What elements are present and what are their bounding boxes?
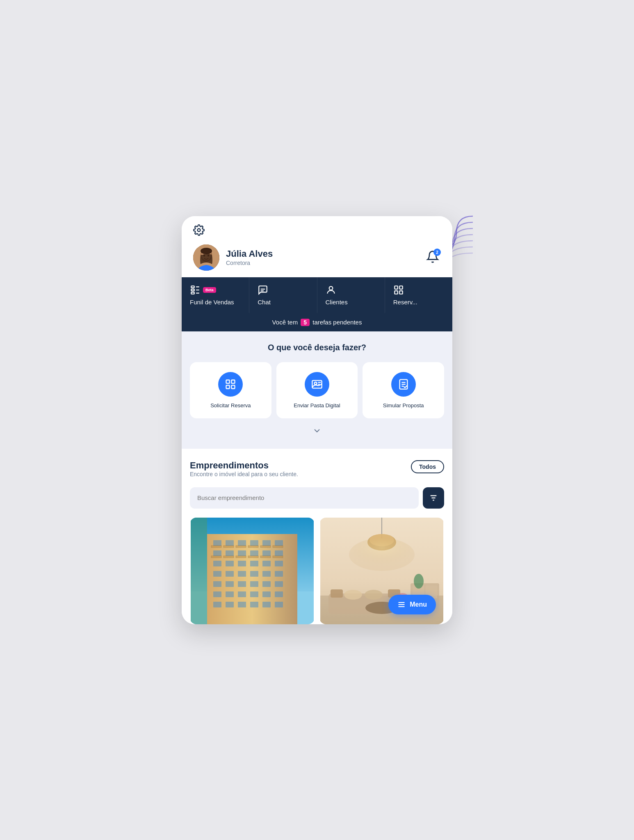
svg-rect-69 — [250, 591, 258, 597]
svg-rect-47 — [275, 550, 283, 556]
svg-rect-60 — [213, 581, 221, 587]
svg-rect-48 — [213, 561, 221, 566]
banner-prefix: Você tem — [272, 319, 298, 326]
tab-clientes-label: Clientes — [326, 299, 348, 306]
reserva-label: Solicitar Reserva — [210, 402, 251, 409]
svg-rect-87 — [248, 556, 258, 558]
svg-rect-72 — [213, 602, 221, 607]
svg-rect-16 — [395, 291, 398, 294]
settings-button[interactable] — [193, 224, 205, 237]
pasta-icon-circle — [305, 372, 329, 397]
svg-rect-53 — [275, 561, 283, 566]
tab-funil-vendas[interactable]: Beta Funil de Vendas — [182, 277, 249, 313]
svg-rect-42 — [213, 550, 221, 556]
reserva-icon-circle — [218, 372, 243, 397]
svg-point-106 — [414, 574, 424, 589]
svg-rect-66 — [213, 591, 221, 597]
svg-rect-51 — [250, 561, 258, 566]
svg-rect-88 — [260, 556, 271, 558]
svg-rect-58 — [262, 571, 271, 577]
svg-point-96 — [349, 538, 415, 571]
action-cards: Solicitar Reserva Enviar Pasta Digital — [190, 362, 444, 418]
todos-button[interactable]: Todos — [411, 460, 444, 473]
menu-icon — [397, 600, 406, 609]
svg-rect-77 — [275, 602, 283, 607]
svg-rect-20 — [226, 385, 230, 388]
tab-reserv-label: Reserv... — [393, 299, 417, 306]
svg-rect-43 — [226, 550, 234, 556]
svg-rect-86 — [236, 556, 246, 558]
notification-button[interactable]: 2 — [424, 249, 441, 266]
svg-rect-44 — [238, 550, 246, 556]
action-card-proposta[interactable]: Simular Proposta — [363, 362, 444, 418]
svg-rect-9 — [191, 292, 194, 294]
action-card-reserva[interactable]: Solicitar Reserva — [190, 362, 271, 418]
svg-rect-36 — [213, 540, 221, 546]
avatar — [193, 244, 219, 271]
tab-reserv[interactable]: Reserv... — [385, 277, 452, 313]
svg-rect-79 — [223, 546, 234, 548]
svg-rect-64 — [262, 581, 271, 587]
svg-rect-62 — [238, 581, 246, 587]
svg-point-4 — [201, 248, 212, 254]
svg-rect-46 — [262, 550, 271, 556]
svg-point-100 — [344, 590, 362, 600]
svg-rect-45 — [250, 550, 258, 556]
svg-rect-68 — [238, 591, 246, 597]
svg-rect-70 — [262, 591, 271, 597]
banner-suffix: tarefas pendentes — [312, 319, 362, 326]
tasks-count: 5 — [301, 319, 310, 326]
svg-point-101 — [365, 590, 383, 600]
svg-rect-83 — [273, 546, 283, 548]
svg-rect-37 — [226, 540, 234, 546]
properties-section: Empreendimentos Encontre o imóvel ideal … — [182, 449, 452, 624]
profile-info: Júlia Alves Corretora — [226, 249, 273, 267]
properties-subtitle: Encontre o imóvel ideal para o seu clien… — [190, 471, 298, 477]
tab-clientes[interactable]: Clientes — [317, 277, 385, 313]
svg-rect-15 — [399, 286, 403, 289]
svg-rect-18 — [226, 380, 230, 383]
search-row — [190, 487, 444, 509]
search-input[interactable] — [197, 494, 411, 501]
svg-rect-57 — [250, 571, 258, 577]
notification-badge: 2 — [433, 249, 441, 256]
svg-point-13 — [329, 286, 333, 290]
svg-rect-76 — [262, 602, 271, 607]
svg-rect-80 — [236, 546, 246, 548]
svg-rect-21 — [232, 385, 235, 388]
svg-rect-7 — [191, 286, 194, 288]
menu-fab-button[interactable]: Menu — [388, 595, 436, 614]
beta-badge: Beta — [203, 287, 216, 293]
nav-tabs: Beta Funil de Vendas Chat — [182, 277, 452, 313]
action-card-pasta[interactable]: Enviar Pasta Digital — [276, 362, 358, 418]
svg-rect-61 — [226, 581, 234, 587]
svg-rect-54 — [213, 571, 221, 577]
tab-chat-label: Chat — [258, 299, 271, 306]
svg-rect-71 — [275, 591, 283, 597]
svg-rect-56 — [238, 571, 246, 577]
tasks-banner: Você tem 5 tarefas pendentes — [182, 313, 452, 331]
svg-point-23 — [315, 382, 317, 384]
pasta-label: Enviar Pasta Digital — [294, 402, 340, 409]
tab-chat[interactable]: Chat — [249, 277, 317, 313]
tab-funil-label: Funil de Vendas — [190, 299, 234, 306]
svg-rect-82 — [260, 546, 271, 548]
svg-rect-14 — [395, 286, 398, 289]
action-section: O que você deseja fazer? Solicitar Reser… — [182, 331, 452, 449]
svg-rect-75 — [250, 602, 258, 607]
svg-rect-84 — [211, 556, 221, 558]
svg-rect-41 — [275, 540, 283, 546]
svg-rect-8 — [191, 289, 194, 290]
user-name: Júlia Alves — [226, 249, 273, 259]
property-card-building[interactable] — [190, 518, 315, 624]
svg-rect-38 — [238, 540, 246, 546]
svg-rect-85 — [223, 556, 234, 558]
svg-rect-74 — [238, 602, 246, 607]
svg-rect-17 — [399, 291, 403, 294]
filter-button[interactable] — [423, 487, 444, 509]
chevron-down-icon — [190, 426, 444, 437]
action-title: O que você deseja fazer? — [190, 343, 444, 352]
svg-rect-98 — [331, 589, 343, 598]
svg-point-5 — [203, 254, 205, 256]
search-input-wrapper — [190, 487, 419, 509]
